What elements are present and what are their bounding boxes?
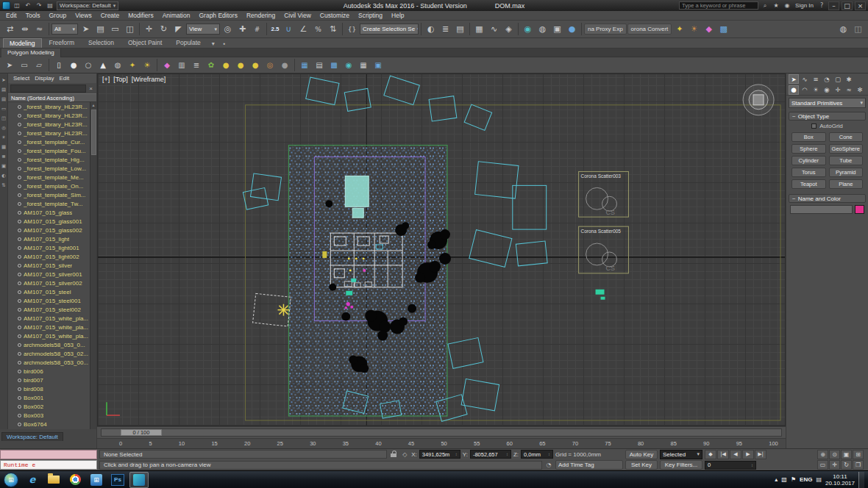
zoom-extents-all-icon[interactable]: ⊞	[853, 450, 864, 459]
rectangular-selection-region-icon[interactable]: ▭	[108, 22, 122, 36]
tab-modify-icon[interactable]: ∿	[800, 74, 810, 84]
omni-light[interactable]	[277, 304, 289, 316]
maxscript-macro-recorder[interactable]	[0, 450, 97, 459]
scrollbar-thumb[interactable]	[91, 110, 96, 155]
time-slider-handle[interactable]: 0 / 100	[121, 429, 162, 436]
cone-tool-icon[interactable]: ▲	[96, 59, 110, 72]
viewport-canvas[interactable]: Corona Scatter003 CS Corona Scatter005 C…	[98, 74, 785, 426]
scene-object-row[interactable]: _forest_library_HL23R...	[8, 129, 90, 137]
taskbar-internet-explorer[interactable]: e	[23, 472, 42, 488]
pan-view-icon[interactable]: ✛	[829, 460, 840, 470]
scene-object-row[interactable]: Box001	[8, 393, 90, 402]
scene-object-row[interactable]: AM107_015_steel002	[8, 305, 90, 314]
start-button[interactable]: ⊞	[1, 472, 21, 488]
light-bulb-icon-2[interactable]: ●	[234, 59, 247, 72]
explorer-window-icon[interactable]: ◫	[1, 115, 7, 121]
project-folder-icon[interactable]: ▤	[46, 1, 54, 10]
cubes-tool-icon[interactable]: ▣	[371, 59, 385, 72]
plane-tool-icon[interactable]: ▱	[32, 59, 46, 72]
category-helpers-icon[interactable]: ✛	[833, 85, 843, 95]
explorer-lights-icon[interactable]: ☀	[1, 134, 7, 140]
menu-item[interactable]: Group	[45, 12, 71, 19]
category-shapes-icon[interactable]: ◠	[800, 85, 810, 95]
star-tool-icon[interactable]: ✦	[126, 59, 139, 72]
taskbar-file-explorer[interactable]	[44, 472, 63, 488]
scene-object-row[interactable]: bird008	[8, 384, 90, 393]
sun-tool-icon[interactable]: ☀	[140, 59, 154, 72]
primitive-button[interactable]: Torus	[791, 168, 826, 177]
use-pivot-center-icon[interactable]: ◎	[221, 22, 235, 36]
scene-object-row[interactable]: AM107_015_silver	[8, 261, 90, 270]
explorer-grid-icon[interactable]: ▦	[1, 143, 7, 150]
explorer-region-icon[interactable]: ▭	[1, 105, 7, 112]
mirror-icon[interactable]: ◐	[424, 22, 438, 36]
explorer-pivot-icon[interactable]: ◎	[1, 124, 7, 131]
menu-item[interactable]: Create	[96, 12, 124, 19]
scene-object-row[interactable]: _forest_template_Tw...	[8, 199, 90, 208]
close-button[interactable]: ×	[855, 1, 866, 10]
auto-key-button[interactable]: Auto Key	[625, 450, 658, 459]
sphere-tool-icon[interactable]: ●	[67, 59, 80, 72]
snaps-toggle-label[interactable]: 2.5	[269, 26, 281, 32]
menu-item[interactable]: Tools	[21, 12, 45, 19]
ribbon-tab-freeform[interactable]: Freeform	[43, 37, 81, 48]
absolute-offset-toggle-icon[interactable]: ◇	[400, 450, 409, 459]
menu-item[interactable]: Animation	[158, 12, 195, 19]
window-crossing-icon[interactable]: ◫	[123, 22, 137, 36]
primitive-button[interactable]: Box	[791, 132, 826, 142]
maxscript-listener-line[interactable]: Runtime e	[0, 460, 97, 470]
align-icon[interactable]: ≣	[438, 22, 452, 36]
tab-utilities-icon[interactable]: ✱	[844, 74, 854, 84]
object-color-swatch[interactable]	[855, 205, 864, 214]
time-slider-track[interactable]: 0 / 100	[101, 428, 782, 437]
menu-item[interactable]: Customize	[316, 12, 354, 19]
spinner-snap-icon[interactable]: ⇅	[326, 22, 340, 36]
previous-frame-button[interactable]: ◀	[730, 450, 741, 459]
go-to-start-button[interactable]: |◀	[717, 450, 729, 459]
chart-tool-icon[interactable]: ▥	[175, 59, 188, 72]
scene-object-row[interactable]: _forest_library_HL23R...	[8, 102, 90, 111]
corona-toolbar-icon-4[interactable]: ▩	[716, 22, 730, 36]
scene-object-row[interactable]: _forest_template_Sim...	[8, 190, 90, 199]
primitive-button[interactable]: Sphere	[791, 144, 826, 154]
menu-item[interactable]: Scripting	[354, 12, 387, 19]
menu-item[interactable]: Edit	[1, 12, 21, 19]
workspace-selector[interactable]: Workspace: Default	[57, 1, 118, 10]
category-systems-icon[interactable]: ✻	[855, 85, 865, 95]
user-icon[interactable]: ◉	[783, 1, 791, 10]
app-logo-icon[interactable]	[2, 1, 10, 10]
material-editor-icon[interactable]: ◉	[521, 22, 535, 36]
squares-tool-icon[interactable]: ▩	[327, 59, 341, 72]
drop-tool-icon[interactable]: ◆	[160, 59, 174, 72]
search-icon[interactable]: ⌕	[761, 1, 769, 10]
scene-object-row[interactable]: _forest_template_Low...	[8, 164, 90, 173]
set-key-button[interactable]: Set Key	[625, 460, 658, 470]
taskbar-photoshop[interactable]: Ps	[108, 472, 127, 488]
scene-object-row[interactable]: AM107_015_silver002	[8, 279, 90, 287]
play-animation-button[interactable]: ▶	[742, 450, 754, 459]
render-production-icon[interactable]: ●	[565, 22, 579, 36]
scene-object-row[interactable]: AM107_015_steel001	[8, 296, 90, 305]
redo-icon[interactable]: ↷	[35, 1, 43, 10]
scene-object-row[interactable]: AM107_015_white_pla...	[8, 323, 90, 331]
select-by-name-icon[interactable]: ▤	[93, 22, 107, 36]
scene-object-row[interactable]: AM107_015_white_pla...	[8, 314, 90, 323]
taskbar-blue-app[interactable]: ⊞	[87, 472, 106, 488]
scene-object-row[interactable]: archmodels58_053_00...	[8, 358, 90, 367]
explorer-select-icon[interactable]: ➤	[1, 76, 7, 83]
scene-object-row[interactable]: _forest_library_HL23R...	[8, 111, 90, 120]
z-coordinate-field[interactable]: 0,0mm	[521, 450, 553, 459]
undo-icon[interactable]: ↶	[24, 1, 32, 10]
favorites-icon[interactable]: ★	[772, 1, 780, 10]
corona-toolbar-icon-2[interactable]: ☀	[687, 22, 701, 36]
scene-object-row[interactable]: AM107_015_light001	[8, 243, 90, 252]
object-type-rollout[interactable]: − Object Type	[789, 112, 866, 121]
selection-lock-icon[interactable]	[389, 450, 398, 459]
named-selection-sets-dropdown[interactable]: Create Selection Se	[360, 24, 419, 35]
save-icon[interactable]: ◫	[13, 1, 21, 10]
keyword-search-input[interactable]	[679, 1, 758, 10]
primitive-button[interactable]: Pyramid	[829, 168, 864, 177]
subtab-polygon-modeling[interactable]: Polygon Modeling	[1, 49, 61, 57]
menu-item[interactable]: Modifiers	[124, 12, 157, 19]
leaf-tool-icon[interactable]: ✿	[204, 59, 218, 72]
